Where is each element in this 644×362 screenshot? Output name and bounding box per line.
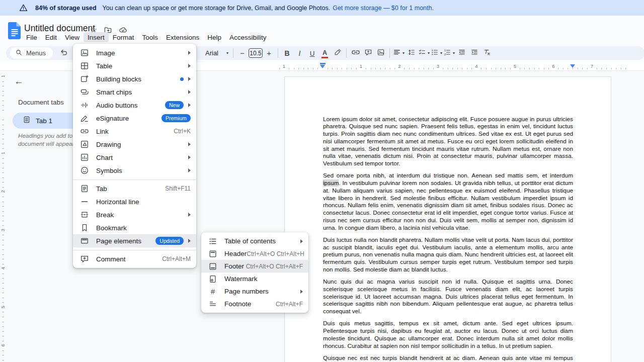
menu-item-page-numbers[interactable]: #Page numbers [201,285,308,298]
underline-button[interactable]: U [306,47,318,59]
menu-item-footnote[interactable]: FootnoteCtrl+Alt+F [201,298,308,310]
document-paragraph[interactable]: Quisque nec est nec turpis blandit hendr… [323,354,573,362]
chevron-down-icon: ▾ [403,51,405,55]
increase-font-size-button[interactable]: + [263,47,275,59]
cursor-word: ipsum [323,179,339,187]
menu-item-image[interactable]: Image [73,46,196,59]
ruler-tick [2,259,4,259]
ruler-tick [375,68,376,70]
menubar-item-file[interactable]: File [22,32,41,42]
first-line-indent-marker[interactable] [320,63,326,64]
menu-item-symbols[interactable]: Symbols [73,164,196,177]
menu-item-footer[interactable]: FooterCtrl+Alt+O Ctrl+Alt+F [201,260,308,273]
docs-logo[interactable] [8,22,21,41]
new-feature-dot [180,77,184,81]
menu-item-bookmark[interactable]: Bookmark [73,221,196,234]
document-paragraph[interactable]: Duis quis metus sagittis, tempus ex sit … [323,320,573,349]
clear-formatting-button[interactable] [480,47,493,59]
ruler-tick [539,68,539,70]
font-family-select[interactable]: Arial▾ [201,47,230,59]
menu-item-link[interactable]: LinkCtrl+K [73,125,196,138]
menu-shortcut: Ctrl+Alt+F [276,301,303,308]
text-color-button[interactable]: A [318,47,331,59]
ruler-tick [2,172,4,173]
menubar-item-insert[interactable]: Insert [84,32,109,42]
menu-item-table[interactable]: Table [73,59,196,72]
menu-item-header[interactable]: HeaderCtrl+Alt+O Ctrl+Alt+H [201,247,308,260]
drawing-icon [80,140,89,149]
menu-item-smart-chips[interactable]: Smart chips [73,85,196,99]
menubar-item-help[interactable]: Help [203,32,225,42]
menu-item-page-elements[interactable]: Page elementsUpdated [73,234,196,247]
menu-item-label: Drawing [96,141,184,148]
right-indent-marker[interactable] [570,64,575,68]
menu-item-label: Smart chips [96,88,184,96]
bulleted-list-button[interactable]: ▾ [430,47,443,59]
left-indent-marker[interactable] [320,65,325,68]
ruler-tick [394,68,395,70]
menu-item-label: Table [96,62,184,70]
submenu-arrow-icon [188,90,191,94]
menu-item-watermark[interactable]: Watermark [201,273,308,285]
ruler-tick [2,206,4,207]
menu-item-audio-buttons[interactable]: Audio buttonsNew [73,99,196,112]
undo-button[interactable] [57,47,70,59]
decrease-indent-button[interactable] [455,47,468,59]
ruler-tick [481,68,481,70]
menu-separator [73,179,196,180]
break-icon [80,210,89,219]
menubar-item-extensions[interactable]: Extensions [162,32,203,42]
menubar-item-view[interactable]: View [61,32,84,42]
font-size-input[interactable] [249,48,263,58]
insert-image-button[interactable] [374,47,387,59]
get-more-storage-link[interactable]: Get more storage — $0 for 1 month. [333,5,434,12]
menu-item-horizontal-line[interactable]: Horizontal line [73,195,196,208]
menu-item-comment[interactable]: CommentCtrl+Alt+M [73,252,196,265]
italic-button[interactable]: I [293,47,306,59]
ruler-tick [404,68,405,70]
menus-search-button[interactable]: Menus [10,47,53,59]
checklist-button[interactable]: ▾ [418,47,430,59]
line-spacing-button[interactable] [405,47,418,59]
bold-button[interactable]: B [281,47,293,59]
ruler-tick [2,298,4,298]
document-page[interactable]: Lorem ipsum dolor sit amet, consectetur … [284,76,611,362]
chevron-down-icon: ▾ [453,51,455,55]
menu-item-chart[interactable]: Chart [73,151,196,164]
toolbar-divider [278,48,278,58]
align-left-button[interactable]: ▾ [392,47,405,59]
document-paragraph[interactable]: Sed ornare porta nibh, at interdum dui t… [323,172,573,231]
numbered-list-button[interactable]: 12▾ [443,47,455,59]
insert-link-button[interactable] [349,47,362,59]
menu-item-building-blocks[interactable]: Building blocks [73,72,196,85]
ruler-tick [558,68,558,70]
add-comment-button[interactable] [362,47,374,59]
menu-item-break[interactable]: Break [73,208,196,221]
decrease-font-size-button[interactable]: − [236,47,249,59]
close-sidebar-button[interactable]: ← [14,76,24,87]
menubar-item-format[interactable]: Format [109,32,138,42]
increase-indent-button[interactable] [468,47,480,59]
document-paragraph[interactable]: Lorem ipsum dolor sit amet, consectetur … [323,116,573,167]
menubar-item-accessibility[interactable]: Accessibility [225,32,271,42]
menu-item-table-of-contents[interactable]: Table of contents [201,235,308,247]
ruler-tick [496,68,496,70]
link-icon [80,127,89,136]
submenu-arrow-icon [188,77,191,81]
document-paragraph[interactable]: Nunc quis dui ac magna varius suscipit n… [323,278,573,315]
ruler-number: 5 [0,304,6,309]
menubar-item-tools[interactable]: Tools [138,32,163,42]
menu-item-drawing[interactable]: Drawing [73,138,196,151]
ruler-tick [563,68,564,70]
audio-buttons-icon [80,101,89,110]
menu-item-label: Comment [96,255,162,263]
document-paragraph[interactable]: Duis luctus nulla non blandit pharetra. … [323,236,573,274]
menu-item-esignature[interactable]: eSignaturePremium [73,112,196,125]
highlight-color-button[interactable] [331,47,344,59]
header-icon [208,249,217,258]
ruler-tick [351,68,352,70]
checklist-icon [418,48,426,58]
svg-text:2: 2 [444,52,446,55]
menu-item-tab[interactable]: TabShift+F11 [73,182,196,195]
menubar-item-edit[interactable]: Edit [41,32,61,42]
